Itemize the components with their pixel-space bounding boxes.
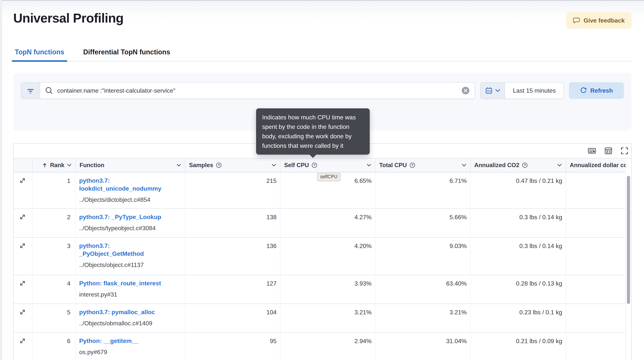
function-source: interest.py#31 [79, 291, 174, 298]
self-cpu-tooltip: Indicates how much CPU time was spent by… [256, 108, 370, 154]
column-header-rank[interactable]: Rank [32, 158, 76, 172]
query-controls: container.name :"interest-calculator-ser… [21, 82, 624, 99]
dollar-cost-cell [566, 209, 626, 238]
self-cpu-value: 4.20% [280, 238, 376, 275]
universal-profiling-page: Universal Profiling Give feedback TopN f… [0, 0, 644, 360]
self-cpu-tooltip-text: Indicates how much CPU time was spent by… [262, 114, 356, 149]
svg-text:?: ? [314, 163, 316, 167]
function-cell: python3.7: lookdict_unicode_nodummy ../O… [76, 172, 185, 209]
column-header-self-cpu[interactable]: Self CPU ? [280, 158, 376, 172]
dollar-cost-cell [566, 275, 626, 304]
self-cpu-value: 3.21% [280, 304, 376, 333]
date-picker-quick-menu[interactable] [481, 82, 505, 98]
search-query-value: container.name :"interest-calculator-ser… [57, 87, 176, 94]
rank-value: 4 [32, 275, 76, 304]
tab-bar: TopN functions Differential TopN functio… [13, 45, 632, 62]
grid-zone: Rank Function Samples ? Self CPU ? [14, 158, 631, 360]
total-cpu-value: 63.40% [376, 275, 470, 304]
rank-value: 2 [32, 209, 76, 238]
question-in-circle-icon: ? [216, 162, 222, 168]
co2-value: 0.23 lbs / 0.1 kg [470, 304, 566, 333]
co2-value: 0.21 lbs / 0.09 kg [470, 333, 566, 360]
question-in-circle-icon: ? [312, 162, 317, 168]
expand-row-icon[interactable] [14, 304, 32, 333]
vertical-scrollbar[interactable] [626, 158, 631, 360]
column-header-function[interactable]: Function [76, 158, 185, 172]
expand-row-icon[interactable] [14, 275, 32, 304]
refresh-button[interactable]: Refresh [569, 82, 624, 99]
total-cpu-value: 5.66% [376, 209, 470, 238]
data-grid: Rank Function Samples ? Self CPU ? [14, 158, 626, 360]
column-header-total-cpu[interactable]: Total CPU ? [376, 158, 470, 172]
question-in-circle-icon: ? [522, 162, 528, 168]
function-link[interactable]: python3.7: lookdict_unicode_nodummy [79, 176, 174, 192]
top-edge-line [0, 0, 644, 1]
tab-topn-functions[interactable]: TopN functions [13, 48, 66, 61]
samples-value: 136 [185, 238, 280, 275]
rank-value: 1 [32, 172, 76, 209]
samples-value: 127 [185, 275, 280, 304]
function-link[interactable]: python3.7: pymalloc_alloc [79, 308, 155, 316]
expand-row-icon[interactable] [14, 172, 32, 209]
svg-text:?: ? [524, 163, 526, 167]
total-cpu-value: 9.03% [376, 238, 470, 275]
date-picker: Last 15 minutes [480, 82, 564, 99]
search-input[interactable]: container.name :"interest-calculator-ser… [40, 82, 475, 98]
rank-value: 5 [32, 304, 76, 333]
column-header-annualized-dollar-cost[interactable]: Annualized dollar cost [566, 158, 626, 172]
tab-differential-topn-functions[interactable]: Differential TopN functions [82, 48, 172, 61]
filter-icon [27, 87, 34, 94]
give-feedback-button[interactable]: Give feedback [566, 12, 632, 29]
display-options-icon[interactable] [604, 147, 612, 154]
function-cell: python3.7: pymalloc_alloc ../Objects/obm… [76, 304, 185, 333]
dollar-cost-cell [566, 238, 626, 275]
query-bar: container.name :"interest-calculator-ser… [21, 82, 475, 99]
function-source: ../Objects/dictobject.c#854 [79, 196, 174, 204]
clear-query-icon[interactable] [462, 86, 470, 95]
speech-bubble-icon [573, 17, 580, 24]
keyboard-shortcuts-icon[interactable] [588, 148, 596, 154]
expand-row-icon[interactable] [14, 209, 32, 238]
expand-row-icon[interactable] [14, 238, 32, 275]
svg-text:?: ? [218, 163, 220, 167]
chevron-down-icon [495, 89, 500, 92]
question-in-circle-icon: ? [410, 162, 415, 168]
refresh-icon [580, 87, 587, 94]
column-header-annualized-co2[interactable]: Annualized CO2 ? [470, 158, 566, 172]
total-cpu-value: 6.71% [376, 172, 470, 209]
chevron-down-icon [557, 164, 562, 167]
function-link[interactable]: Python: flask_route_interest [79, 279, 161, 287]
total-cpu-value: 31.04% [376, 333, 470, 360]
function-cell: Python: flask_route_interest interest.py… [76, 275, 185, 304]
function-link[interactable]: python3.7: _PyObject_GetMethod [79, 242, 174, 258]
add-filter-button[interactable] [21, 82, 40, 98]
co2-value: 0.3 lbs / 0.14 kg [470, 209, 566, 238]
date-range-value[interactable]: Last 15 minutes [505, 82, 564, 98]
calendar-icon [485, 87, 493, 94]
dollar-cost-cell [566, 333, 626, 360]
search-icon [45, 86, 53, 94]
self-cpu-field-hint: selfCPU [317, 173, 340, 181]
chevron-down-icon [367, 164, 371, 167]
function-source: ../Objects/object.c#1137 [79, 261, 174, 269]
refresh-label: Refresh [590, 87, 613, 94]
samples-value: 104 [185, 304, 280, 333]
dollar-cost-cell [566, 304, 626, 333]
total-cpu-value: 3.21% [376, 304, 470, 333]
rank-value: 3 [32, 238, 76, 275]
function-link[interactable]: Python: __getitem__ [79, 337, 138, 345]
scrollbar-thumb[interactable] [627, 176, 630, 304]
co2-value: 0.47 lbs / 0.21 kg [470, 172, 566, 209]
co2-value: 0.28 lbs / 0.13 kg [470, 275, 566, 304]
self-cpu-value: 2.94% [280, 333, 376, 360]
column-header-samples[interactable]: Samples ? [185, 158, 280, 172]
rank-value: 6 [32, 333, 76, 360]
left-edge-strip [0, 0, 2, 360]
samples-value: 215 [185, 172, 280, 209]
expand-row-icon[interactable] [14, 333, 32, 360]
function-source: ../Objects/typeobject.c#3084 [79, 224, 174, 232]
function-link[interactable]: python3.7: _PyType_Lookup [79, 213, 161, 221]
function-cell: python3.7: _PyObject_GetMethod ../Object… [76, 238, 185, 275]
fullscreen-icon[interactable] [621, 147, 628, 154]
chevron-down-icon [272, 164, 276, 167]
